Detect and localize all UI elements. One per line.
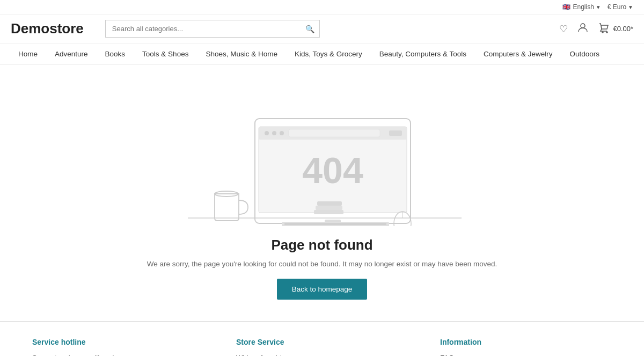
chevron-down-icon: ▼ <box>596 4 601 10</box>
account-button[interactable] <box>577 22 588 35</box>
footer-info-heading: Information <box>440 338 612 346</box>
nav-item-beauty-computers[interactable]: Beauty, Computers & Tools <box>372 43 474 64</box>
footer-store-heading: Store Service <box>236 338 408 346</box>
footer-service-hotline: Service hotline Support and counselling … <box>32 338 204 356</box>
search-bar: 🔍 <box>105 20 320 38</box>
nav-item-shoes-music[interactable]: Shoes, Music & Home <box>198 43 285 64</box>
footer: Service hotline Support and counselling … <box>0 321 644 356</box>
cart-icon <box>598 22 610 35</box>
nav-item-outdoors[interactable]: Outdoors <box>562 43 607 64</box>
svg-point-0 <box>581 24 585 28</box>
search-input[interactable] <box>105 20 320 38</box>
main-nav: Home Adventure Books Tools & Shoes Shoes… <box>0 43 644 65</box>
footer-store-service: Store Service Widerrufsrecht Versand und… <box>236 338 408 356</box>
nav-item-home[interactable]: Home <box>11 43 45 64</box>
top-bar: 🇬🇧 English ▼ € Euro ▼ <box>0 0 644 14</box>
svg-rect-11 <box>389 130 402 136</box>
svg-point-9 <box>280 131 284 135</box>
logo-bold: Demo <box>11 20 49 37</box>
cart-button[interactable]: €0.00* <box>598 22 633 35</box>
svg-rect-20 <box>314 210 343 214</box>
svg-rect-16 <box>284 223 386 225</box>
svg-point-2 <box>606 32 608 33</box>
nav-item-adventure[interactable]: Adventure <box>47 43 96 64</box>
svg-point-8 <box>272 131 276 135</box>
svg-rect-22 <box>317 201 342 206</box>
footer-link-faq[interactable]: FAQ <box>440 354 612 356</box>
nav-item-kids-toys[interactable]: Kids, Toys & Grocery <box>287 43 370 64</box>
footer-support-text: Support and counselling via: <box>32 354 204 356</box>
wishlist-button[interactable]: ♡ <box>559 23 568 35</box>
back-to-homepage-button[interactable]: Back to homepage <box>277 279 368 300</box>
svg-rect-21 <box>316 206 342 210</box>
error-description: We are sorry, the page you're looking fo… <box>147 260 497 268</box>
footer-information: Information FAQ AGB Impressum Datenschut… <box>440 338 612 356</box>
header-icons: ♡ €0.00* <box>559 22 633 35</box>
footer-link-widerrufsrecht[interactable]: Widerrufsrecht <box>236 354 408 356</box>
svg-point-7 <box>265 131 269 135</box>
svg-text:404: 404 <box>302 150 363 191</box>
nav-item-computers-jewelry[interactable]: Computers & Jewelry <box>476 43 560 64</box>
main-content: 404 <box>0 65 644 321</box>
footer-hotline-heading: Service hotline <box>32 338 204 346</box>
nav-item-books[interactable]: Books <box>98 43 133 64</box>
logo-light: store <box>49 20 84 37</box>
nav-item-tools-shoes[interactable]: Tools & Shoes <box>135 43 196 64</box>
currency-selector[interactable]: € Euro ▼ <box>608 3 633 11</box>
svg-point-1 <box>602 32 603 33</box>
chevron-down-icon: ▼ <box>628 4 633 10</box>
error-title: Page not found <box>271 237 372 253</box>
logo[interactable]: Demostore <box>11 20 84 37</box>
heart-icon: ♡ <box>559 23 568 35</box>
cart-amount: €0.00* <box>613 25 633 33</box>
search-icon: 🔍 <box>305 25 314 33</box>
error-illustration: 404 <box>161 76 483 226</box>
search-button[interactable]: 🔍 <box>301 20 320 38</box>
svg-rect-10 <box>289 129 380 137</box>
user-icon <box>577 22 588 35</box>
header: Demostore 🔍 ♡ <box>0 14 644 43</box>
language-selector[interactable]: 🇬🇧 English ▼ <box>562 3 601 11</box>
flag-icon: 🇬🇧 <box>562 3 570 11</box>
